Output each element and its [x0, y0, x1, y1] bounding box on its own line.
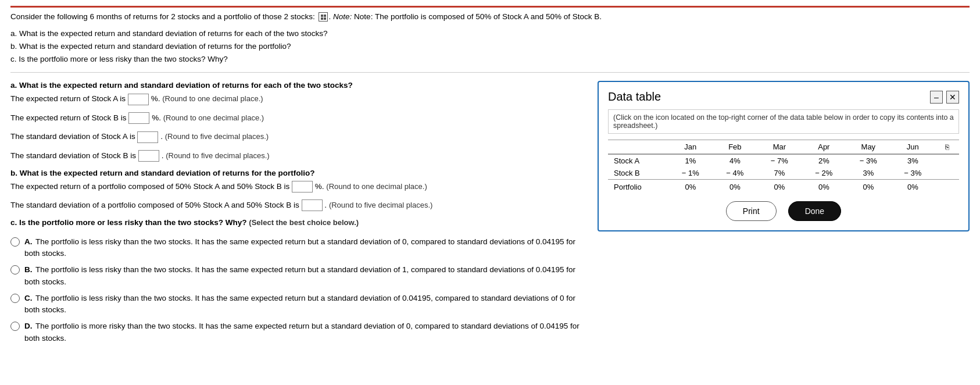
stockb-feb: − 4%	[713, 167, 757, 180]
stock-a-return-input[interactable]	[128, 94, 149, 105]
stock-b-return-line: The expected return of Stock B is %. (Ro…	[10, 112, 586, 124]
grid-icon[interactable]	[319, 12, 328, 22]
intro-note: Note: The portfolio is composed of 50% o…	[354, 12, 602, 21]
stocka-may: − 3%	[846, 154, 891, 167]
modal-note: (Click on the icon located on the top-ri…	[608, 109, 959, 134]
col-header-mar: Mar	[757, 140, 802, 155]
portfolio-name: Portfolio	[608, 180, 668, 194]
col-header-copy[interactable]: ⎘	[935, 140, 959, 155]
table-header-row: Jan Feb Mar Apr May Jun ⎘	[608, 140, 959, 155]
stock-a-std-hint: (Round to five decimal places.)	[165, 132, 269, 141]
intro-text: Consider the following 6 months of retur…	[10, 12, 970, 22]
mc-option-b-text: B. The portfolio is less risky than the …	[24, 264, 586, 288]
table-row-stockb: Stock B − 1% − 4% 7% − 2% 3% − 3%	[608, 167, 959, 180]
stockb-may: 3%	[846, 167, 891, 180]
minimize-button[interactable]: –	[930, 91, 943, 104]
mc-option-b: B. The portfolio is less risky than the …	[10, 264, 586, 288]
intro-main: Consider the following 6 months of retur…	[10, 12, 315, 21]
print-button[interactable]: Print	[726, 201, 777, 221]
portfolio-may: 0%	[846, 180, 891, 194]
top-banner: Consider the following 6 months of retur…	[10, 6, 970, 73]
section-b-title: b. What is the expected return and stand…	[10, 169, 586, 177]
done-button[interactable]: Done	[788, 201, 841, 221]
col-header-name	[608, 140, 668, 155]
mc-section: A. The portfolio is less risky than the …	[10, 236, 586, 344]
portfolio-std-unit: .	[324, 201, 327, 209]
portfolio-std-label: The standard deviation of a portfolio co…	[10, 201, 299, 209]
radio-a[interactable]	[10, 237, 20, 247]
stock-b-return-hint: (Round to one decimal place.)	[163, 113, 264, 122]
portfolio-return-hint: (Round to one decimal place.)	[326, 182, 427, 191]
mc-option-c: C. The portfolio is less risky than the …	[10, 293, 586, 316]
portfolio-std-line: The standard deviation of a portfolio co…	[10, 199, 586, 211]
portfolio-apr: 0%	[802, 180, 846, 194]
mc-option-c-text: C. The portfolio is less risky than the …	[24, 293, 586, 316]
portfolio-return-input[interactable]	[292, 181, 313, 192]
stockb-mar: 7%	[757, 167, 802, 180]
table-row-portfolio: Portfolio 0% 0% 0% 0% 0% 0%	[608, 180, 959, 194]
stock-a-std-unit: .	[160, 132, 163, 141]
section-c-title: c. Is the portfolio more or less risky t…	[10, 218, 586, 227]
question-c-label: c. Is the portfolio more or less risky t…	[10, 53, 970, 66]
modal-header: Data table – ✕	[608, 90, 959, 104]
stock-b-return-label: The expected return of Stock B is	[10, 113, 127, 122]
questions-list: a. What is the expected return and stand…	[10, 27, 970, 65]
portfolio-jun: 0%	[890, 180, 935, 194]
stock-b-return-input[interactable]	[128, 112, 149, 124]
note-label: Note:	[333, 12, 352, 21]
portfolio-std-hint: (Round to five decimal places.)	[329, 201, 432, 209]
portfolio-return-unit: %.	[315, 182, 324, 191]
left-panel: a. What is the expected return and stand…	[10, 81, 586, 349]
col-header-feb: Feb	[713, 140, 757, 155]
stock-a-return-hint: (Round to one decimal place.)	[162, 94, 263, 103]
stock-a-return-line: The expected return of Stock A is %. (Ro…	[10, 93, 586, 105]
data-table: Jan Feb Mar Apr May Jun ⎘ Stock A 1% 4%	[608, 140, 959, 193]
stock-a-std-line: The standard deviation of Stock A is . (…	[10, 131, 586, 142]
stockb-jan: − 1%	[668, 167, 713, 180]
close-button[interactable]: ✕	[946, 91, 959, 104]
portfolio-std-input[interactable]	[302, 199, 323, 211]
section-c-title-text: c. Is the portfolio more or less risky t…	[10, 218, 247, 227]
divider	[10, 72, 970, 73]
radio-d[interactable]	[10, 322, 20, 331]
stock-a-std-input[interactable]	[137, 131, 158, 143]
mc-option-a-text: A. The portfolio is less risky than the …	[24, 236, 586, 260]
stockb-jun: − 3%	[890, 167, 935, 180]
table-row-stocka: Stock A 1% 4% − 7% 2% − 3% 3%	[608, 154, 959, 167]
question-a-label: a. What is the expected return and stand…	[10, 27, 970, 40]
portfolio-mar: 0%	[757, 180, 802, 194]
stocka-mar: − 7%	[757, 154, 802, 167]
section-a-title: a. What is the expected return and stand…	[10, 81, 586, 90]
stock-a-std-label: The standard deviation of Stock A is	[10, 132, 135, 141]
stock-b-std-hint: (Round to five decimal places.)	[166, 151, 269, 160]
portfolio-feb: 0%	[713, 180, 757, 194]
modal-controls: – ✕	[930, 91, 959, 104]
stock-b-std-input[interactable]	[138, 150, 159, 162]
portfolio-jan: 0%	[668, 180, 713, 194]
stocka-jun: 3%	[890, 154, 935, 167]
stocka-jan: 1%	[668, 154, 713, 167]
modal-footer: Print Done	[608, 201, 959, 221]
mc-option-d: D. The portfolio is more risky than the …	[10, 320, 586, 344]
mc-option-d-text: D. The portfolio is more risky than the …	[24, 320, 586, 344]
stock-a-return-label: The expected return of Stock A is	[10, 94, 126, 103]
stockb-name: Stock B	[608, 167, 668, 180]
question-b-label: b. What is the expected return and stand…	[10, 40, 970, 53]
col-header-jan: Jan	[668, 140, 713, 155]
section-c-instruction: (Select the best choice below.)	[249, 218, 359, 227]
modal-title: Data table	[608, 90, 661, 104]
stockb-apr: − 2%	[802, 167, 846, 180]
radio-c[interactable]	[10, 294, 20, 303]
data-table-modal: Data table – ✕ (Click on the icon locate…	[598, 81, 970, 231]
radio-b[interactable]	[10, 265, 20, 275]
stock-b-std-label: The standard deviation of Stock B is	[10, 151, 136, 160]
stocka-feb: 4%	[713, 154, 757, 167]
right-panel: Data table – ✕ (Click on the icon locate…	[598, 81, 970, 231]
stock-a-return-unit: %.	[151, 94, 160, 103]
stock-b-std-line: The standard deviation of Stock B is . (…	[10, 150, 586, 162]
col-header-jun: Jun	[890, 140, 935, 155]
col-header-may: May	[846, 140, 891, 155]
portfolio-return-label: The expected return of a portfolio compo…	[10, 182, 289, 191]
stocka-apr: 2%	[802, 154, 846, 167]
stock-b-std-unit: .	[162, 151, 164, 160]
